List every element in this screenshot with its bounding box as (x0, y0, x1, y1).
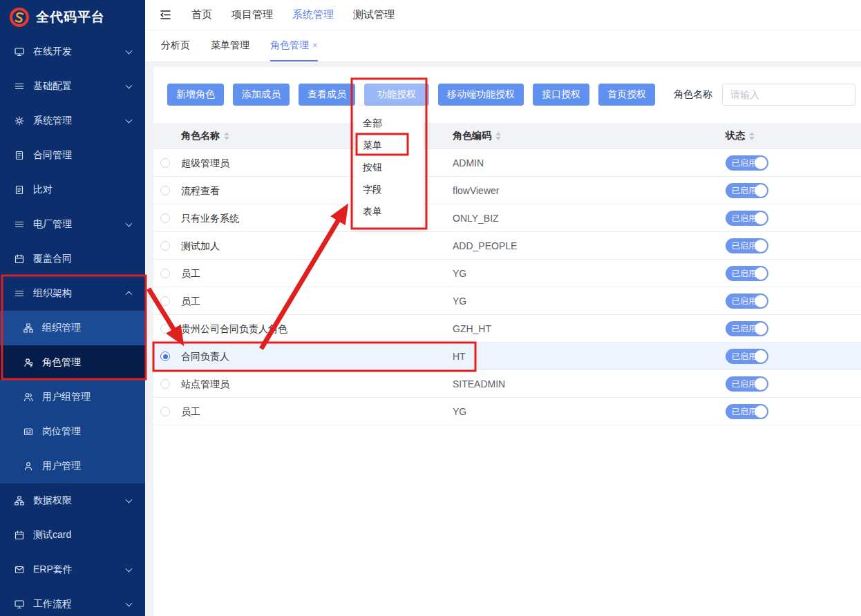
page-tab[interactable]: 菜单管理 × (211, 30, 249, 61)
role-name-input[interactable] (722, 84, 855, 106)
sidebar-item[interactable]: 测试card (0, 518, 145, 552)
sidebar-item[interactable]: 基础配置 (0, 69, 145, 104)
sidebar-item-label: 系统管理 (33, 115, 72, 127)
toolbar-button[interactable]: 功能授权 (364, 84, 429, 106)
sidebar-item[interactable]: 系统管理 (0, 104, 145, 138)
toggle-knob-icon (755, 267, 767, 280)
table-row[interactable]: 员工 YG 已启用 (153, 260, 861, 287)
radio-button[interactable] (160, 241, 170, 251)
dropdown-item[interactable]: 字段 (354, 178, 424, 200)
radio-button[interactable] (160, 296, 170, 306)
sidebar-item[interactable]: 数据权限 (0, 483, 145, 518)
top-navbar: 首页 项目管理 系统管理 测试管理 (145, 0, 861, 30)
radio-button[interactable] (160, 213, 170, 223)
chevron-icon (126, 600, 133, 607)
sidebar-item[interactable]: 覆盖合同 (0, 242, 145, 276)
table-row[interactable]: 员工 YG 已启用 (153, 287, 861, 315)
toolbar-button[interactable]: 新增角色 (167, 84, 224, 106)
radio-button[interactable] (160, 269, 170, 278)
toolbar-button[interactable]: 首页授权 (598, 84, 655, 106)
sidebar-item[interactable]: 合同管理 (0, 138, 145, 173)
radio-button[interactable] (160, 158, 170, 168)
role-icon (23, 357, 34, 368)
status-toggle[interactable]: 已启用 (726, 183, 768, 198)
table-row[interactable]: 站点管理员 SITEADMIN 已启用 (153, 370, 861, 398)
column-header-role-name[interactable]: 角色名称 (181, 123, 229, 149)
status-toggle[interactable]: 已启用 (726, 293, 768, 309)
role-code-cell: GZH_HT (453, 315, 491, 343)
sort-caret-icon[interactable] (495, 132, 501, 140)
sidebar-item[interactable]: 在线开发 (0, 35, 145, 69)
role-name-cell: 只有业务系统 (181, 204, 239, 232)
toolbar-button[interactable]: 接口授权 (533, 84, 589, 106)
status-toggle[interactable]: 已启用 (726, 155, 768, 171)
sidebar-item[interactable]: 岗位管理 (0, 414, 145, 449)
contract-icon (14, 184, 25, 195)
menu-lines-icon (14, 288, 25, 299)
sidebar-item[interactable]: 工作流程 (0, 587, 145, 616)
radio-button[interactable] (160, 407, 170, 416)
sidebar-item-label: 数据权限 (33, 494, 72, 507)
sidebar-item[interactable]: 比对 (0, 173, 145, 207)
brand-swirl-icon (9, 7, 30, 28)
page-tab[interactable]: 角色管理 × (270, 30, 318, 61)
page-tab[interactable]: 分析页 × (161, 30, 190, 61)
status-toggle[interactable]: 已启用 (726, 238, 768, 253)
sidebar-item[interactable]: 用户组管理 (0, 380, 145, 414)
status-label: 已启用 (732, 183, 757, 198)
role-code-cell: SITEADMIN (453, 370, 505, 398)
radio-button[interactable] (160, 186, 170, 195)
status-toggle[interactable]: 已启用 (726, 266, 768, 281)
navbar-item[interactable]: 首页 (191, 8, 212, 21)
navbar-item[interactable]: 项目管理 (231, 8, 273, 21)
status-toggle[interactable]: 已启用 (726, 404, 768, 419)
status-toggle[interactable]: 已启用 (726, 349, 768, 364)
navbar-item[interactable]: 系统管理 (292, 8, 334, 21)
column-header-role-code[interactable]: 角色编码 (453, 123, 501, 149)
status-toggle[interactable]: 已启用 (726, 321, 768, 336)
sidebar-item[interactable]: 用户管理 (0, 449, 145, 483)
sidebar-item[interactable]: 角色管理 (0, 345, 145, 380)
column-header-status[interactable]: 状态 (726, 123, 755, 149)
sidebar-item[interactable]: 电厂管理 (0, 207, 145, 242)
dropdown-item[interactable]: 菜单 (354, 134, 424, 156)
sidebar-item[interactable]: 组织管理 (0, 311, 145, 345)
contract-icon (14, 150, 25, 161)
table-row[interactable]: 超级管理员 ADMIN 已启用 (153, 149, 861, 177)
sidebar-item-label: ERP套件 (33, 564, 73, 576)
table-row[interactable]: 员工 YG 已启用 (153, 398, 861, 425)
toolbar-button[interactable]: 移动端功能授权 (438, 84, 524, 106)
dropdown-item[interactable]: 全部 (354, 112, 424, 134)
table-row[interactable]: 贵州公司合同负责人角色 GZH_HT 已启用 (153, 315, 861, 343)
radio-button[interactable] (160, 352, 170, 361)
org-chart-icon (23, 323, 34, 334)
role-name-search-label: 角色名称 (674, 88, 712, 101)
table-row[interactable]: 流程查看 flowViewer 已启用 (153, 177, 861, 204)
chevron-icon (126, 48, 133, 55)
chevron-icon (126, 291, 133, 298)
monitor-icon (14, 46, 25, 57)
role-name-cell: 员工 (181, 287, 200, 315)
menu-fold-icon[interactable] (159, 8, 172, 21)
toolbar-button[interactable]: 添加成员 (233, 84, 290, 106)
navbar-item[interactable]: 测试管理 (353, 8, 395, 21)
sidebar-item[interactable]: ERP套件 (0, 552, 145, 587)
status-toggle[interactable]: 已启用 (726, 376, 768, 392)
table-row[interactable]: 测试加人 ADD_PEOPLE 已启用 (153, 232, 861, 260)
radio-button[interactable] (160, 379, 170, 389)
status-label: 已启用 (732, 293, 757, 309)
table-row[interactable]: 只有业务系统 ONLY_BIZ 已启用 (153, 204, 861, 232)
dropdown-item[interactable]: 表单 (354, 200, 424, 222)
sidebar-item[interactable]: 组织架构 (0, 276, 145, 311)
role-code-cell: flowViewer (453, 177, 499, 204)
dropdown-item[interactable]: 按钮 (354, 156, 424, 178)
sort-caret-icon[interactable] (224, 132, 229, 140)
table-row[interactable]: 合同负责人 HT 已启用 (153, 343, 861, 370)
sort-caret-icon[interactable] (749, 132, 755, 140)
toolbar-button[interactable]: 查看成员 (299, 84, 355, 106)
status-toggle[interactable]: 已启用 (726, 211, 768, 226)
close-icon[interactable]: × (312, 40, 318, 50)
chevron-icon (126, 497, 133, 503)
toggle-knob-icon (755, 184, 767, 197)
radio-button[interactable] (160, 324, 170, 334)
